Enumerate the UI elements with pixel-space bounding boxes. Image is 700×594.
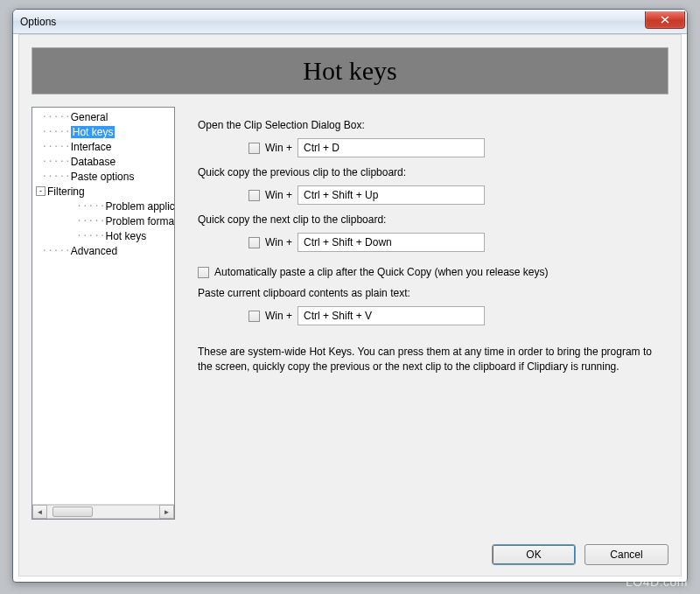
paste-plain-win-checkbox[interactable] [248, 311, 260, 322]
tree-item-problem-applicat[interactable]: ·····Problem applicat [32, 199, 174, 213]
paste-plain-win-label: Win + [265, 310, 292, 322]
open-dialog-win-label: Win + [265, 142, 292, 154]
quick-next-win-label: Win + [265, 236, 292, 248]
nav-tree[interactable]: ·····General ·····Hot keys ·····Interfac… [32, 107, 175, 520]
quick-prev-label: Quick copy the previous clip to the clip… [198, 166, 663, 178]
scroll-left-button[interactable]: ◄ [32, 505, 47, 519]
quick-next-row: Win + [248, 233, 663, 252]
close-icon [661, 16, 669, 24]
tree-item-problem-formats[interactable]: ·····Problem formats [32, 213, 174, 228]
scroll-track[interactable] [47, 505, 159, 519]
window-title: Options [20, 16, 645, 28]
quick-prev-win-checkbox[interactable] [248, 190, 260, 201]
options-window: Options Hot keys ·····General ·····Hot k… [12, 9, 688, 583]
main-columns: ·····General ·····Hot keys ·····Interfac… [32, 107, 668, 520]
quick-next-win-checkbox[interactable] [248, 237, 260, 248]
tree-item-label: Paste options [71, 171, 135, 183]
tree-item-hot-keys[interactable]: ·····Hot keys [32, 228, 174, 243]
auto-paste-row: Automatically paste a clip after the Qui… [198, 266, 663, 278]
tree-item-label: Problem applicat [105, 200, 174, 213]
scroll-right-button[interactable]: ► [159, 505, 174, 519]
tree-item-hot-keys[interactable]: ·····Hot keys [32, 124, 174, 139]
tree-item-paste-options[interactable]: ·····Paste options [32, 169, 174, 184]
quick-next-hotkey-input[interactable] [298, 233, 485, 252]
close-button[interactable] [645, 11, 685, 29]
scroll-thumb[interactable] [52, 507, 93, 517]
auto-paste-checkbox[interactable] [198, 267, 209, 278]
titlebar[interactable]: Options [13, 10, 687, 34]
tree-item-label: Advanced [71, 245, 117, 257]
window-controls [645, 14, 685, 29]
watermark: LO4D.com [626, 575, 688, 589]
tree-item-label: Interface [71, 141, 112, 153]
tree-item-label: General [71, 111, 108, 123]
tree-item-label: Hot keys [71, 126, 116, 138]
tree-horizontal-scrollbar[interactable]: ◄ ► [32, 504, 174, 519]
tree-item-interface[interactable]: ·····Interface [32, 139, 174, 154]
open-dialog-hotkey-input[interactable] [298, 138, 485, 157]
quick-next-label: Quick copy the next clip to the clipboar… [198, 213, 663, 226]
tree-item-database[interactable]: ·····Database [32, 154, 174, 169]
open-dialog-label: Open the Clip Selection Dialog Box: [198, 119, 663, 131]
expander-icon[interactable]: - [36, 186, 46, 196]
open-dialog-row: Win + [248, 138, 663, 157]
tree-body: ·····General ·····Hot keys ·····Interfac… [32, 108, 174, 504]
paste-plain-label: Paste current clipboard contents as plai… [198, 287, 663, 299]
paste-plain-hotkey-input[interactable] [298, 306, 485, 325]
tree-item-advanced[interactable]: ·····Advanced [32, 243, 174, 258]
hotkeys-note: These are system-wide Hot Keys. You can … [198, 345, 663, 375]
page-banner: Hot keys [32, 47, 668, 94]
open-dialog-win-checkbox[interactable] [248, 143, 260, 154]
quick-prev-win-label: Win + [265, 189, 292, 201]
cancel-button[interactable]: Cancel [584, 544, 668, 565]
quick-prev-row: Win + [248, 185, 663, 205]
tree-item-filtering[interactable]: -Filtering [32, 184, 174, 199]
auto-paste-label: Automatically paste a clip after the Qui… [214, 266, 549, 278]
ok-button[interactable]: OK [492, 544, 576, 565]
tree-item-label: Database [71, 156, 116, 168]
tree-item-label: Hot keys [105, 230, 146, 242]
tree-item-general[interactable]: ·····General [32, 109, 174, 124]
tree-item-label: Filtering [47, 185, 85, 198]
client-area: Hot keys ·····General ·····Hot keys ····… [18, 34, 682, 577]
dialog-buttons: OK Cancel [492, 544, 668, 565]
page-title: Hot keys [303, 56, 397, 86]
paste-plain-row: Win + [248, 306, 663, 325]
hotkeys-panel: Open the Clip Selection Dialog Box: Win … [191, 107, 668, 520]
tree-item-label: Problem formats [105, 215, 174, 227]
quick-prev-hotkey-input[interactable] [298, 185, 485, 205]
